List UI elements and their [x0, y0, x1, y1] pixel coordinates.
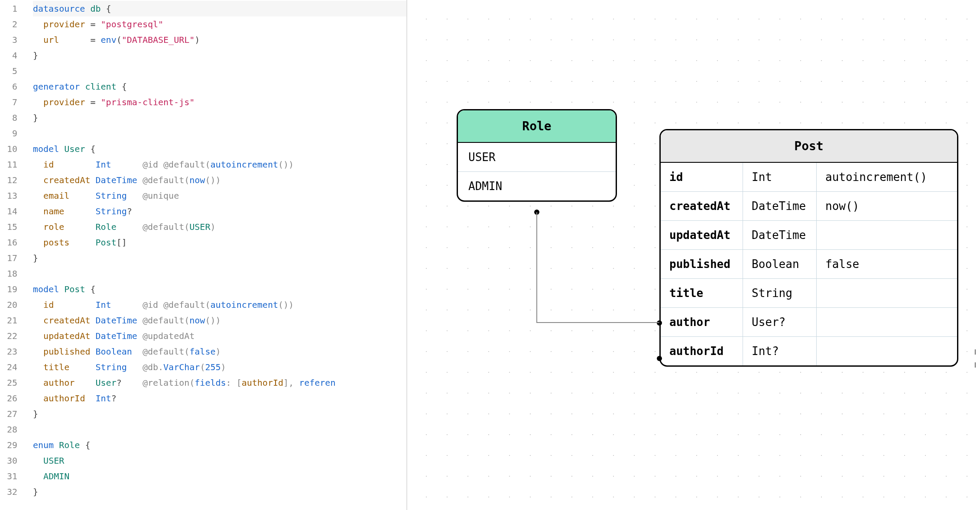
code-line[interactable]: authorId Int? [33, 391, 406, 406]
field-default: now() [817, 192, 957, 220]
code-line[interactable]: posts Post[] [33, 235, 406, 250]
field-row: idIntautoincrement() [661, 163, 957, 192]
code-line[interactable]: } [33, 110, 406, 126]
enum-value: ADMIN [458, 172, 616, 200]
code-editor-pane[interactable]: 1234567891011121314151617181920212223242… [0, 0, 407, 510]
connector-dot [657, 320, 662, 326]
code-line[interactable]: title String @db.VarChar(255) [33, 359, 406, 375]
code-line[interactable]: id Int @id @default(autoincrement()) [33, 157, 406, 172]
entity-role-header: Role [458, 110, 616, 143]
code-line[interactable]: id Int @id @default(autoincrement()) [33, 297, 406, 313]
field-default [817, 337, 957, 365]
code-line[interactable]: datasource db { [33, 1, 406, 16]
field-type: User? [743, 308, 817, 336]
code-line[interactable]: generator client { [33, 79, 406, 94]
field-name: title [661, 279, 743, 307]
code-line[interactable] [33, 422, 406, 437]
code-line[interactable]: enum Role { [33, 437, 406, 453]
field-type: DateTime [743, 192, 817, 220]
field-row: titleString [661, 279, 957, 308]
entity-post-header: Post [661, 130, 957, 163]
entity-post[interactable]: Post idIntautoincrement()createdAtDateTi… [659, 129, 958, 367]
code-line[interactable]: provider = "prisma-client-js" [33, 94, 406, 110]
field-row: createdAtDateTimenow() [661, 192, 957, 221]
code-line[interactable]: } [33, 250, 406, 266]
connector-dot [657, 356, 662, 361]
field-type: Boolean [743, 250, 817, 278]
field-row: publishedBooleanfalse [661, 250, 957, 279]
field-default [817, 279, 957, 307]
code-line[interactable]: author User? @relation(fields: [authorId… [33, 375, 406, 391]
field-type: Int [743, 163, 817, 191]
code-line[interactable]: ADMIN [33, 468, 406, 484]
field-name: updatedAt [661, 221, 743, 249]
field-name: published [661, 250, 743, 278]
line-number-gutter: 1234567891011121314151617181920212223242… [0, 0, 26, 510]
field-row: updatedAtDateTime [661, 221, 957, 250]
code-content[interactable]: datasource db { provider = "postgresql" … [26, 0, 406, 510]
code-line[interactable] [33, 266, 406, 281]
code-line[interactable]: model User { [33, 141, 406, 157]
schema-diagram-pane[interactable]: Role USER ADMIN Post idIntautoincrement(… [407, 0, 980, 510]
enum-value: USER [458, 143, 616, 171]
field-name: id [661, 163, 743, 191]
connector-line [536, 322, 659, 323]
code-line[interactable]: } [33, 484, 406, 500]
field-default: false [817, 250, 957, 278]
code-line[interactable]: updatedAt DateTime @updatedAt [33, 328, 406, 344]
code-line[interactable]: createdAt DateTime @default(now()) [33, 172, 406, 188]
field-row: authorIdInt? [661, 337, 957, 365]
code-line[interactable]: provider = "postgresql" [33, 16, 406, 32]
field-name: author [661, 308, 743, 336]
field-type: DateTime [743, 221, 817, 249]
code-line[interactable]: role Role @default(USER) [33, 219, 406, 235]
field-type: Int? [743, 337, 817, 365]
code-line[interactable]: USER [33, 453, 406, 468]
field-default [817, 308, 957, 336]
code-line[interactable]: published Boolean @default(false) [33, 344, 406, 359]
field-name: createdAt [661, 192, 743, 220]
code-line[interactable]: } [33, 48, 406, 63]
field-default [817, 221, 957, 249]
code-line[interactable]: createdAt DateTime @default(now()) [33, 313, 406, 328]
code-line[interactable]: name String? [33, 203, 406, 219]
field-row: authorUser? [661, 308, 957, 337]
code-line[interactable]: email String @unique [33, 188, 406, 203]
enum-value-row: ADMIN [458, 172, 616, 200]
resize-handle[interactable] [973, 345, 977, 371]
code-line[interactable] [33, 63, 406, 79]
code-line[interactable] [33, 126, 406, 141]
field-default: autoincrement() [817, 163, 957, 191]
code-line[interactable]: url = env("DATABASE_URL") [33, 32, 406, 48]
code-line[interactable]: model Post { [33, 281, 406, 297]
field-name: authorId [661, 337, 743, 365]
connector-line [536, 212, 537, 323]
enum-value-row: USER [458, 143, 616, 172]
entity-role[interactable]: Role USER ADMIN [457, 109, 617, 202]
code-line[interactable]: } [33, 406, 406, 422]
field-type: String [743, 279, 817, 307]
